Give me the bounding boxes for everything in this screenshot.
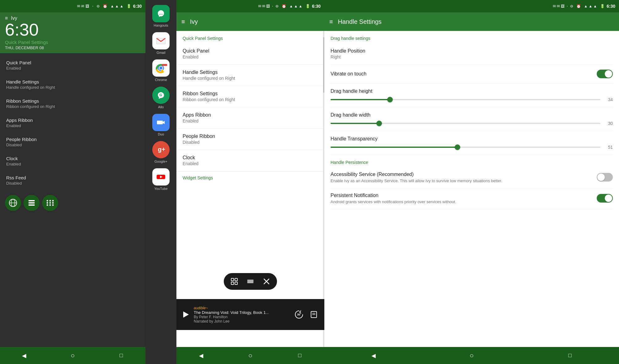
home-button-3[interactable]: ○ (464, 348, 479, 363)
drag-width-value: 30 (604, 121, 613, 126)
transparency-thumb[interactable] (455, 144, 460, 150)
menu-hamburger-p2[interactable]: ≡ (181, 18, 185, 25)
settings-item-ribbon[interactable]: Ribbon Settings Ribbon configured on Rig… (0, 94, 145, 113)
persistence-title: Handle Persistence (331, 155, 613, 167)
item-title-people-ribbon: People Ribbon (6, 137, 139, 142)
p2-item-quick-panel[interactable]: Quick Panel Enabled (176, 43, 324, 65)
panel-3-content: Drag handle settings Handle Position Rig… (324, 31, 619, 347)
app-youtube[interactable]: YouTube (147, 166, 175, 193)
settings-item-handle[interactable]: Handle Settings Handle configured on Rig… (0, 75, 145, 94)
audio-narrator: Narrated by John Lee (194, 319, 290, 323)
vibrate-toggle[interactable] (597, 70, 613, 78)
transparency-slider-row: 51 (331, 145, 613, 150)
vibrate-item: Vibrate on touch (331, 65, 613, 84)
nav-bar-3: ◀ ○ □ (324, 347, 619, 364)
app-title-p2: Ivy (190, 18, 198, 25)
layers-icon-btn[interactable] (24, 195, 40, 211)
section-title-p1: Quick Panel Settings (5, 40, 141, 45)
audio-bookmark-btn[interactable] (308, 309, 319, 320)
p2-item-ribbon[interactable]: Ribbon Settings Ribbon configured on Rig… (176, 86, 324, 107)
overlay-close-btn[interactable] (258, 273, 275, 289)
p2-sub-people-ribbon: Disabled (183, 140, 318, 145)
nav-bar-2: ◀ ○ □ (176, 347, 324, 364)
settings-item-apps-ribbon[interactable]: Apps Ribbon Enabled (0, 113, 145, 132)
overlay-lines-btn[interactable] (242, 273, 258, 289)
panel-2-header: ≡ Ivy (176, 12, 324, 31)
allo-icon: G (152, 87, 170, 104)
status-icons-1: ✉ ✉ 🖼 ⋅ ⊖ ⏰ ▲ ▲ ▲ 🔋 (77, 4, 131, 8)
drag-height-fill (331, 99, 390, 100)
svg-point-6 (47, 202, 48, 204)
svg-text:30: 30 (297, 313, 300, 316)
drag-height-item: Drag handle height 34 (331, 84, 613, 107)
handle-position-item[interactable]: Handle Position Right (331, 43, 613, 65)
dots-icon-btn[interactable] (42, 195, 58, 211)
app-duo[interactable]: Duo (147, 111, 175, 139)
duo-label: Duo (158, 132, 164, 136)
item-title-ribbon: Ribbon Settings (6, 98, 139, 104)
transparency-track[interactable] (331, 147, 600, 148)
svg-point-14 (52, 204, 54, 206)
panel-2-content: Quick Panel Settings Quick Panel Enabled… (176, 31, 324, 347)
audio-rewind-btn[interactable]: 30 (293, 309, 305, 320)
p2-item-apps-ribbon[interactable]: Apps Ribbon Enabled (176, 107, 324, 129)
item-title-rss: Rss Feed (6, 175, 139, 180)
transparency-value: 51 (604, 145, 613, 150)
p2-title-apps-ribbon: Apps Ribbon (183, 112, 318, 118)
drag-width-fill (331, 123, 379, 124)
app-gplus[interactable]: g+ Google+ (147, 139, 175, 166)
audio-player: audible~ The Dreaming Void: Void Trilogy… (176, 299, 324, 330)
p2-sub-apps-ribbon: Enabled (183, 118, 318, 123)
p2-title-ribbon: Ribbon Settings (183, 91, 318, 96)
audio-play-button[interactable] (181, 310, 190, 319)
app-hangouts[interactable]: Hangouts (147, 2, 175, 30)
drag-width-thumb[interactable] (376, 121, 382, 126)
globe-icon-btn[interactable] (5, 195, 21, 211)
drag-width-track[interactable] (331, 123, 600, 124)
home-button-1[interactable]: ○ (65, 348, 80, 363)
date-p1: THU, DECEMBER 08 (5, 45, 141, 50)
svg-text:g+: g+ (158, 146, 165, 153)
back-button-2[interactable]: ◀ (193, 348, 209, 363)
recent-button-3[interactable]: □ (562, 348, 578, 363)
hangouts-label: Hangouts (154, 24, 168, 27)
back-button-1[interactable]: ◀ (16, 348, 32, 363)
drag-height-thumb[interactable] (387, 97, 393, 102)
settings-item-people-ribbon[interactable]: People Ribbon Disabled (0, 132, 145, 152)
settings-item-clock[interactable]: Clock Enabled (0, 152, 145, 171)
svg-point-10 (50, 200, 51, 202)
persistent-notif-toggle[interactable] (597, 194, 613, 203)
vibrate-title: Vibrate on touch (331, 71, 366, 77)
accessibility-title: Accessibility Service (Recommended) (331, 172, 593, 177)
svg-point-7 (50, 202, 51, 204)
settings-item-quick-panel[interactable]: Quick Panel Enabled (0, 56, 145, 75)
p2-sub-ribbon: Ribbon configured on Right (183, 97, 318, 102)
p2-title-quick-panel: Quick Panel (183, 48, 318, 54)
drag-height-track[interactable] (331, 99, 600, 100)
status-time-3: 6:30 (607, 4, 615, 9)
persistent-notif-text: Persistent Notification Android grants s… (331, 193, 593, 205)
item-sub-rss: Disabled (6, 181, 139, 186)
recent-button-2[interactable]: □ (292, 348, 307, 363)
app-allo[interactable]: G Allo (147, 84, 175, 111)
settings-list-p1: Quick Panel Enabled Handle Settings Hand… (0, 53, 145, 347)
settings-item-rss[interactable]: Rss Feed Disabled (0, 171, 145, 190)
app-chrome[interactable]: Chrome (147, 57, 175, 84)
settings-items-p1: Quick Panel Enabled Handle Settings Hand… (0, 53, 145, 192)
menu-hamburger-p3[interactable]: ≡ (329, 18, 333, 25)
back-button-3[interactable]: ◀ (366, 348, 381, 363)
p2-item-handle[interactable]: Handle Settings Handle configured on Rig… (176, 65, 324, 86)
app-gmail[interactable]: Gmail (147, 30, 175, 57)
item-title-handle: Handle Settings (6, 79, 139, 84)
home-button-2[interactable]: ○ (243, 348, 258, 363)
youtube-label: YouTube (154, 187, 167, 191)
accessibility-text: Accessibility Service (Recommended) Enab… (331, 172, 593, 184)
p2-item-clock[interactable]: Clock Enabled (176, 150, 324, 171)
overlay-grid-btn[interactable] (226, 273, 242, 289)
handle-position-value: Right (331, 54, 613, 59)
recent-button-1[interactable]: □ (114, 348, 129, 363)
vibrate-row: Vibrate on touch (331, 70, 613, 78)
accessibility-toggle[interactable] (597, 173, 613, 182)
p2-title-people-ribbon: People Ribbon (183, 134, 318, 139)
p2-item-people-ribbon[interactable]: People Ribbon Disabled (176, 129, 324, 150)
